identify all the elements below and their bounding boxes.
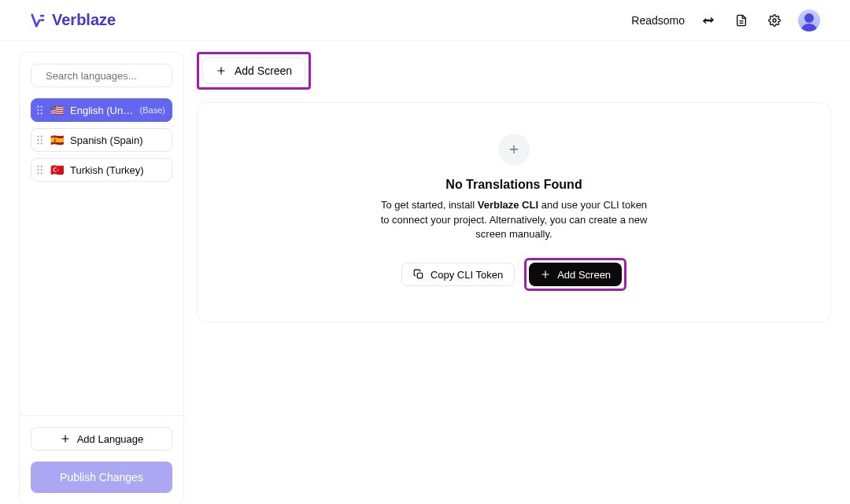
plus-icon [540,269,551,280]
empty-description: To get started, install Verblaze CLI and… [380,198,648,243]
svg-point-20 [37,169,39,171]
logo[interactable]: Verblaze [30,11,116,29]
svg-point-11 [41,109,42,111]
empty-state: No Translations Found To get started, in… [380,134,648,292]
sidebar: 🇺🇸 English (Unite... (Base) 🇪🇸 Spanish (… [19,52,184,504]
add-screen-label: Add Screen [235,64,292,77]
copy-cli-token-button[interactable]: Copy CLI Token [401,263,515,286]
search-input-wrap[interactable] [31,64,172,87]
logo-text: Verblaze [52,11,116,29]
svg-point-23 [41,169,42,171]
language-item-english[interactable]: 🇺🇸 English (Unite... (Base) [31,98,172,122]
svg-point-15 [37,142,39,144]
publish-label: Publish Changes [60,471,143,484]
header-right: Readsomo [631,9,820,31]
content: Add Screen No Translations Found To get … [197,52,831,504]
avatar[interactable] [798,9,820,31]
plus-icon [216,65,227,76]
svg-rect-31 [417,274,422,278]
language-item-spanish[interactable]: 🇪🇸 Spanish (Spain) [31,128,172,152]
empty-icon-circle [498,134,530,165]
svg-point-14 [37,139,39,141]
language-item-turkish[interactable]: 🇹🇷 Turkish (Turkey) [31,158,172,182]
add-language-button[interactable]: Add Language [31,427,172,451]
svg-point-24 [41,172,42,174]
add-language-label: Add Language [77,433,144,445]
svg-point-21 [37,172,39,174]
copy-icon [413,269,424,280]
search-input[interactable] [46,70,178,82]
publish-changes-button[interactable]: Publish Changes [31,462,172,493]
add-screen-button-center[interactable]: Add Screen [529,263,622,286]
add-screen-label: Add Screen [557,269,611,281]
svg-rect-0 [40,14,45,17]
svg-point-8 [37,109,39,111]
svg-point-22 [41,166,42,167]
toolbar: Add Screen [197,52,831,90]
svg-point-13 [37,136,39,138]
svg-point-18 [41,142,42,144]
flag-icon: 🇹🇷 [50,164,64,176]
svg-point-7 [37,106,39,108]
language-list: 🇺🇸 English (Unite... (Base) 🇪🇸 Spanish (… [31,98,172,182]
svg-point-12 [41,112,42,114]
language-name: English (Unite... [70,105,134,116]
copy-cli-label: Copy CLI Token [431,269,503,281]
plus-icon [508,143,520,156]
swap-icon[interactable] [699,11,718,30]
document-icon[interactable] [732,11,751,30]
drag-handle-icon[interactable] [36,164,44,175]
flag-icon: 🇺🇸 [50,104,64,116]
empty-actions: Copy CLI Token Add Screen [401,258,626,291]
empty-panel: No Translations Found To get started, in… [197,102,831,322]
drag-handle-icon[interactable] [36,105,44,116]
svg-point-16 [41,136,42,138]
highlight-add-screen-center: Add Screen [524,258,626,291]
svg-point-19 [37,166,39,167]
drag-handle-icon[interactable] [36,134,44,145]
header: Verblaze Readsomo [0,0,850,41]
empty-title: No Translations Found [445,178,582,192]
highlight-add-screen-top: Add Screen [197,52,311,90]
language-name: Spanish (Spain) [70,134,165,146]
project-name[interactable]: Readsomo [631,14,685,27]
logo-icon [30,12,47,29]
plus-icon [60,433,71,444]
add-screen-button-top[interactable]: Add Screen [202,57,305,84]
svg-point-10 [41,106,42,108]
svg-rect-1 [40,19,45,21]
language-name: Turkish (Turkey) [70,164,165,176]
flag-icon: 🇪🇸 [50,134,64,146]
svg-point-9 [37,112,39,114]
language-tag: (Base) [140,105,165,115]
main: 🇺🇸 English (Unite... (Base) 🇪🇸 Spanish (… [0,41,850,504]
gear-icon[interactable] [765,11,784,30]
svg-point-4 [773,19,776,22]
svg-point-17 [41,139,42,141]
